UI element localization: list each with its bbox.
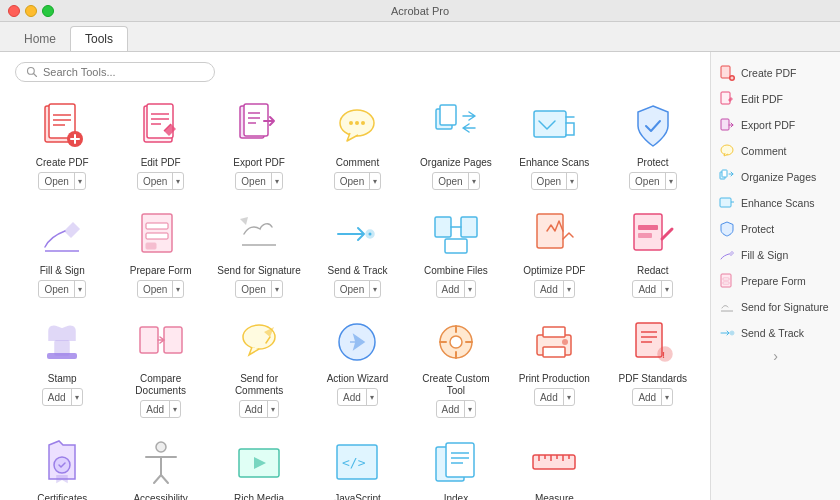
send-comments-action-button[interactable]: Add▾ [239, 400, 280, 418]
custom-tool-action-arrow[interactable]: ▾ [464, 401, 475, 417]
javascript-label: JavaScript [334, 493, 381, 500]
enhance-scans-action-button[interactable]: Open▾ [531, 172, 578, 190]
print-production-action-arrow[interactable]: ▾ [563, 389, 574, 405]
svg-rect-87 [722, 170, 727, 177]
sidebar-item-create-pdf[interactable]: Create PDF [711, 60, 840, 86]
prepare-form-action-button[interactable]: Open▾ [137, 280, 184, 298]
tool-accessibility[interactable]: Accessibility [113, 428, 207, 500]
action-wizard-action-arrow[interactable]: ▾ [366, 389, 377, 405]
fill-sign-action-button[interactable]: Open▾ [38, 280, 85, 298]
sidebar-item-protect[interactable]: Protect [711, 216, 840, 242]
compare-docs-action-button[interactable]: Add▾ [140, 400, 181, 418]
fill-sign-label: Fill & Sign [40, 265, 85, 277]
stamp-action-arrow[interactable]: ▾ [71, 389, 82, 405]
protect-action-arrow[interactable]: ▾ [665, 173, 676, 189]
minimize-button[interactable] [25, 5, 37, 17]
tool-pdf-standards[interactable]: ! PDF StandardsAdd▾ [606, 308, 700, 424]
tool-certificates[interactable]: Certificates [15, 428, 109, 500]
tool-comment[interactable]: CommentOpen▾ [310, 92, 404, 196]
sidebar-item-send-signature[interactable]: Send for Signature [711, 294, 840, 320]
sidebar-item-enhance-scans[interactable]: Enhance Scans [711, 190, 840, 216]
sidebar-item-edit-pdf[interactable]: Edit PDF [711, 86, 840, 112]
tool-create-pdf[interactable]: Create PDFOpen▾ [15, 92, 109, 196]
sidebar-item-export-pdf[interactable]: Export PDF [711, 112, 840, 138]
comment-action-button[interactable]: Open▾ [334, 172, 381, 190]
tool-send-track[interactable]: Send & TrackOpen▾ [310, 200, 404, 304]
maximize-button[interactable] [42, 5, 54, 17]
send-track-action-button[interactable]: Open▾ [334, 280, 381, 298]
comment-action-arrow[interactable]: ▾ [369, 173, 380, 189]
send-comments-action-arrow[interactable]: ▾ [267, 401, 278, 417]
tool-export-pdf[interactable]: Export PDFOpen▾ [212, 92, 306, 196]
tool-fill-sign[interactable]: Fill & SignOpen▾ [15, 200, 109, 304]
tool-print-production[interactable]: Print ProductionAdd▾ [507, 308, 601, 424]
tool-enhance-scans[interactable]: Enhance ScansOpen▾ [507, 92, 601, 196]
tool-index[interactable]: Index [409, 428, 503, 500]
tool-custom-tool[interactable]: Create Custom ToolAdd▾ [409, 308, 503, 424]
close-button[interactable] [8, 5, 20, 17]
optimize-pdf-action-arrow[interactable]: ▾ [563, 281, 574, 297]
search-input[interactable] [43, 66, 193, 78]
tool-rich-media[interactable]: Rich Media [212, 428, 306, 500]
fill-sign-action-arrow[interactable]: ▾ [74, 281, 85, 297]
print-production-action-button[interactable]: Add▾ [534, 388, 575, 406]
compare-docs-action-arrow[interactable]: ▾ [169, 401, 180, 417]
combine-files-action-arrow[interactable]: ▾ [464, 281, 475, 297]
pdf-standards-action-button[interactable]: Add▾ [632, 388, 673, 406]
edit-pdf-action-arrow[interactable]: ▾ [172, 173, 183, 189]
protect-action-button[interactable]: Open▾ [629, 172, 676, 190]
redact-action-arrow[interactable]: ▾ [661, 281, 672, 297]
tool-action-wizard[interactable]: Action WizardAdd▾ [310, 308, 404, 424]
tool-redact[interactable]: RedactAdd▾ [606, 200, 700, 304]
sidebar-item-organize-pages[interactable]: Organize Pages [711, 164, 840, 190]
enhance-scans-label: Enhance Scans [519, 157, 589, 169]
combine-files-action-button[interactable]: Add▾ [436, 280, 477, 298]
tab-home[interactable]: Home [10, 27, 70, 51]
tool-combine-files[interactable]: Combine FilesAdd▾ [409, 200, 503, 304]
search-icon [26, 66, 38, 78]
tool-send-comments[interactable]: Send for CommentsAdd▾ [212, 308, 306, 424]
sidebar-protect-icon [719, 221, 735, 237]
tool-organize-pages[interactable]: Organize PagesOpen▾ [409, 92, 503, 196]
enhance-scans-action-arrow[interactable]: ▾ [566, 173, 577, 189]
send-signature-action-button[interactable]: Open▾ [235, 280, 282, 298]
tool-measure[interactable]: Measure [507, 428, 601, 500]
prepare-form-action-arrow[interactable]: ▾ [172, 281, 183, 297]
tool-javascript[interactable]: </> JavaScript [310, 428, 404, 500]
sidebar-edit-pdf-icon [719, 91, 735, 107]
svg-point-55 [562, 339, 568, 345]
optimize-pdf-action-button[interactable]: Add▾ [534, 280, 575, 298]
export-pdf-action-button[interactable]: Open▾ [235, 172, 282, 190]
stamp-action-button[interactable]: Add▾ [42, 388, 83, 406]
organize-pages-action-button[interactable]: Open▾ [432, 172, 479, 190]
edit-pdf-action-button[interactable]: Open▾ [137, 172, 184, 190]
organize-pages-action-arrow[interactable]: ▾ [468, 173, 479, 189]
tool-compare-docs[interactable]: Compare DocumentsAdd▾ [113, 308, 207, 424]
tool-send-signature[interactable]: Send for SignatureOpen▾ [212, 200, 306, 304]
send-track-action-arrow[interactable]: ▾ [369, 281, 380, 297]
svg-point-63 [156, 442, 166, 452]
create-pdf-action-arrow[interactable]: ▾ [74, 173, 85, 189]
tool-stamp[interactable]: StampAdd▾ [15, 308, 109, 424]
sidebar-item-send-track[interactable]: Send & Track [711, 320, 840, 346]
svg-rect-45 [140, 327, 158, 353]
create-pdf-action-button[interactable]: Open▾ [38, 172, 85, 190]
tool-optimize-pdf[interactable]: Optimize PDFAdd▾ [507, 200, 601, 304]
tool-edit-pdf[interactable]: Edit PDFOpen▾ [113, 92, 207, 196]
redact-action-button[interactable]: Add▾ [632, 280, 673, 298]
tool-protect[interactable]: ProtectOpen▾ [606, 92, 700, 196]
tab-tools[interactable]: Tools [70, 26, 128, 51]
tool-prepare-form[interactable]: Prepare FormOpen▾ [113, 200, 207, 304]
action-wizard-action-button[interactable]: Add▾ [337, 388, 378, 406]
search-bar[interactable] [15, 62, 215, 82]
export-pdf-action-arrow[interactable]: ▾ [271, 173, 282, 189]
sidebar-expand-icon[interactable]: › [768, 348, 784, 364]
sidebar-item-prepare-form[interactable]: Prepare Form [711, 268, 840, 294]
sidebar-item-comment[interactable]: Comment [711, 138, 840, 164]
svg-rect-54 [543, 347, 565, 357]
sidebar-item-fill-sign[interactable]: Fill & Sign [711, 242, 840, 268]
pdf-standards-action-arrow[interactable]: ▾ [661, 389, 672, 405]
fill-sign-action-label: Open [39, 284, 73, 295]
send-signature-action-arrow[interactable]: ▾ [271, 281, 282, 297]
custom-tool-action-button[interactable]: Add▾ [436, 400, 477, 418]
